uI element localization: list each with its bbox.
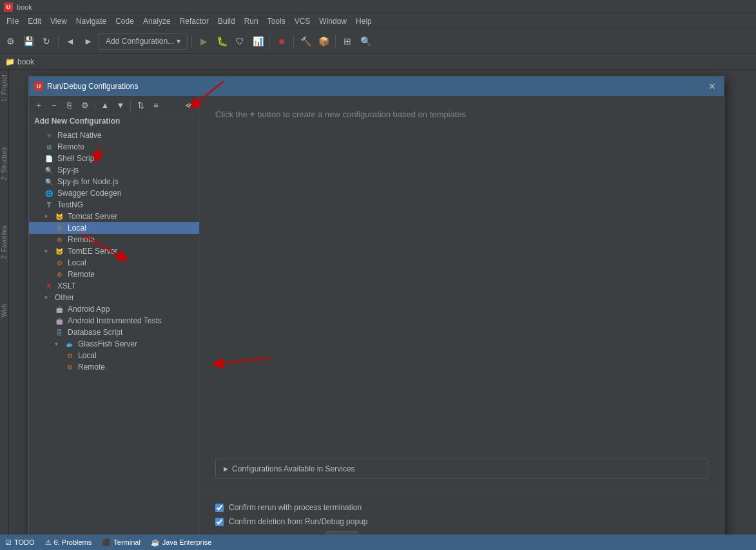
menu-analyze[interactable]: Analyze (139, 15, 175, 27)
glassfish-icon: 🐟 (65, 339, 74, 348)
menu-bar: File Edit View Navigate Code Analyze Ref… (0, 14, 756, 28)
tree-item-remote-top[interactable]: 🖥 Remote (29, 141, 199, 153)
remove-config-tb-btn[interactable]: − (47, 99, 61, 113)
menu-help[interactable]: Help (352, 15, 376, 27)
terminal-icon: ⬛ (102, 538, 111, 547)
testng-icon: T (44, 200, 53, 209)
android-tests-icon: 🤖 (55, 316, 64, 325)
project-bar: 📁 book (0, 54, 756, 70)
tree-item-spy-js[interactable]: 🔍 Spy-js (29, 164, 199, 176)
menu-file[interactable]: File (3, 15, 23, 27)
sidebar-tab-structure[interactable]: 2: Structure (0, 144, 9, 183)
tomee-icon: 🐱 (55, 247, 64, 256)
project-label: book (17, 57, 34, 66)
right-panel: Click the + button to create a new confi… (200, 96, 724, 550)
tree-item-android-app[interactable]: 🤖 Android App (29, 303, 199, 315)
glassfish-local-icon: ⚙ (65, 351, 74, 360)
tree-item-xslt[interactable]: X XSLT (29, 280, 199, 292)
copy-config-tb-btn[interactable]: ⎘ (63, 99, 77, 113)
collapsible-services-header[interactable]: ▶ Configurations Available in Services (216, 459, 708, 479)
other-chevron: ▾ (44, 294, 51, 301)
menu-edit[interactable]: Edit (24, 15, 45, 27)
sidebar-tab-project[interactable]: 1: Project (0, 72, 9, 104)
tree-item-tomee-local[interactable]: ⚙ Local (29, 257, 199, 269)
tree-item-tomcat-remote-label: Remote (68, 235, 95, 244)
sidebar-tab-favorites[interactable]: 2: Favorites (0, 223, 9, 261)
toolbar-split-btn[interactable]: ⊞ (340, 33, 355, 49)
add-config-chevron: ▾ (177, 37, 180, 46)
toolbar-forward-btn[interactable]: ► (81, 33, 96, 49)
tree-item-shell-script[interactable]: 📄 Shell Script (29, 153, 199, 164)
tree-item-tomee-remote[interactable]: ⚙ Remote (29, 269, 199, 280)
menu-view[interactable]: View (46, 15, 71, 27)
status-terminal[interactable]: ⬛ Terminal (102, 538, 141, 547)
menu-build[interactable]: Build (214, 15, 239, 27)
toolbar-debug-btn[interactable]: 🐛 (214, 33, 229, 49)
confirm-delete-checkbox[interactable] (215, 518, 224, 526)
toolbar-build-btn[interactable]: 🔨 (298, 33, 313, 49)
tree-item-glassfish-remote[interactable]: ⚙ Remote (29, 361, 199, 373)
confirm-rerun-checkbox[interactable] (215, 504, 224, 512)
move-up-tb-btn[interactable]: ▲ (98, 99, 112, 113)
menu-tools[interactable]: Tools (264, 15, 289, 27)
tree-item-tomee[interactable]: ▾ 🐱 TomEE Server (29, 245, 199, 257)
toolbar-refresh-btn[interactable]: ↻ (39, 33, 54, 49)
collapse-tb-btn[interactable]: ≪ (182, 99, 197, 113)
tree-item-testng[interactable]: T TestNG (29, 199, 199, 211)
toolbar-search-btn[interactable]: 🔍 (358, 33, 373, 49)
tree-item-tomcat-local[interactable]: ⚙ Local (29, 222, 199, 234)
toolbar-save-btn[interactable]: 💾 (21, 33, 36, 49)
menu-vcs[interactable]: VCS (291, 15, 315, 27)
tree-item-glassfish-label: GlassFish Server (78, 339, 137, 348)
toolbar-sep-3 (269, 35, 270, 48)
toolbar-coverage-btn[interactable]: 🛡 (232, 33, 247, 49)
tree-item-react-native[interactable]: ⚛ React Native (29, 129, 199, 141)
sidebar-tab-web[interactable]: Web (0, 301, 9, 319)
dialog-title-icon: U (34, 82, 43, 91)
confirm-rerun-label: Confirm rerun with process termination (229, 503, 362, 512)
tree-item-swagger[interactable]: 🌐 Swagger Codegen (29, 187, 199, 199)
filter-tb-btn[interactable]: ≡ (149, 99, 163, 113)
toolbar-profile-btn[interactable]: 📊 (250, 33, 266, 49)
add-configuration-button[interactable]: Add Configuration... ▾ (99, 33, 188, 50)
status-java-enterprise[interactable]: ☕ Java Enterprise (151, 538, 211, 547)
toolbar-stop-btn[interactable]: ■ (274, 33, 289, 49)
menu-navigate[interactable]: Navigate (72, 15, 110, 27)
todo-icon: ☑ (5, 538, 12, 547)
toolbar-run-btn[interactable]: ▶ (196, 33, 211, 49)
sort-tb-btn[interactable]: ⇅ (133, 99, 148, 113)
settings-config-tb-btn[interactable]: ⚙ (78, 99, 92, 113)
tree-item-other-label: Other (55, 293, 74, 302)
app-icon: U (4, 3, 13, 12)
menu-code[interactable]: Code (111, 15, 138, 27)
tomee-chevron: ▾ (44, 248, 51, 254)
tree-item-spy-js-node[interactable]: 🔍 Spy-js for Node.js (29, 176, 199, 187)
menu-refactor[interactable]: Refactor (176, 15, 213, 27)
menu-run[interactable]: Run (240, 15, 262, 27)
tree-item-glassfish-local[interactable]: ⚙ Local (29, 350, 199, 361)
tree-item-tomcat[interactable]: ▾ 🐱 Tomcat Server (29, 211, 199, 222)
dialog-title-bar: U Run/Debug Configurations ✕ (29, 77, 724, 96)
terminal-label: Terminal (113, 538, 141, 546)
toolbar-back-btn[interactable]: ◄ (63, 33, 78, 49)
confirm-delete-label: Confirm deletion from Run/Debug popup (229, 517, 367, 526)
menu-window[interactable]: Window (315, 15, 351, 27)
tree-item-tomee-label: TomEE Server (68, 247, 117, 256)
tree-item-glassfish[interactable]: ▾ 🐟 GlassFish Server (29, 338, 199, 350)
dialog-close-button[interactable]: ✕ (706, 80, 719, 93)
tree-item-other[interactable]: ▾ Other (29, 292, 199, 303)
status-problems[interactable]: ⚠ 6: Problems (45, 538, 92, 547)
tree-item-android-tests[interactable]: 🤖 Android Instrumented Tests (29, 315, 199, 327)
hint-suffix: button to create a new configuration bas… (257, 109, 466, 119)
tomcat-local-icon: ⚙ (55, 223, 64, 232)
toolbar-sep-2 (191, 35, 192, 48)
move-down-tb-btn[interactable]: ▼ (113, 99, 128, 113)
tree-item-database-script[interactable]: 🗄 Database Script (29, 327, 199, 338)
add-config-tb-btn[interactable]: + (32, 99, 46, 113)
tree-item-tomee-remote-label: Remote (68, 270, 95, 279)
tree-item-tomcat-remote[interactable]: ⚙ Remote (29, 234, 199, 245)
status-todo[interactable]: ☑ TODO (5, 538, 35, 547)
toolbar-settings-btn[interactable]: ⚙ (3, 33, 18, 49)
toolbar-sdk-btn[interactable]: 📦 (316, 33, 331, 49)
toolbar-sep-1 (58, 35, 59, 48)
